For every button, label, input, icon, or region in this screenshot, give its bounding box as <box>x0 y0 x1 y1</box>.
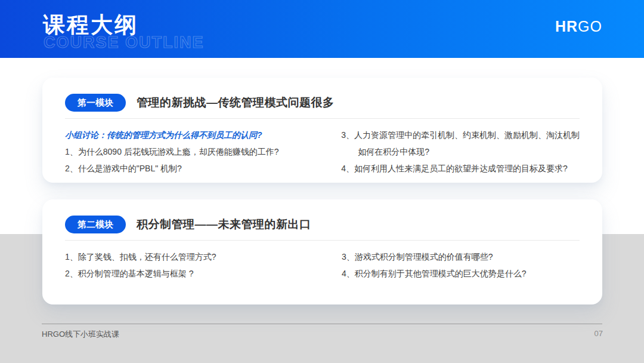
module-1-title: 管理的新挑战—传统管理模式问题很多 <box>137 95 335 110</box>
module-1-question-3-continued: 如何在积分中体现? <box>341 143 580 160</box>
footer-course-name: HRGO线下小班实战课 <box>42 329 119 340</box>
header-banner: 课程大纲 COURSE OUTLINE HRGO <box>0 0 644 58</box>
module-2-title: 积分制管理——未来管理的新出口 <box>137 217 311 232</box>
course-outline-slide: 课程大纲 COURSE OUTLINE HRGO 第一模块 管理的新挑战—传统管… <box>0 0 644 363</box>
module-2-question-1: 1、除了奖钱、扣钱，还有什么管理方式? <box>65 248 335 265</box>
footer-divider <box>42 324 602 324</box>
hrgo-logo: HRGO <box>555 18 602 35</box>
module-1-discussion-line: 小组讨论：传统的管理方式为什么得不到员工的认同? <box>65 127 334 143</box>
module-1-right-column: 3、人力资源管理中的牵引机制、约束机制、激励机制、淘汰机制 如何在积分中体现? … <box>334 127 580 177</box>
page-title-watermark: COURSE OUTLINE <box>44 33 205 52</box>
module-1-card: 第一模块 管理的新挑战—传统管理模式问题很多 小组讨论：传统的管理方式为什么得不… <box>42 78 602 183</box>
module-1-badge: 第一模块 <box>65 94 126 112</box>
module-2-left-column: 1、除了奖钱、扣钱，还有什么管理方式? 2、积分制管理的基本逻辑与框架 ? <box>65 248 335 282</box>
module-2-right-column: 3、游戏式积分制管理模式的价值有哪些? 4、积分制有别于其他管理模式的巨大优势是… <box>335 248 580 282</box>
module-1-body: 小组讨论：传统的管理方式为什么得不到员工的认同? 1、为什么8090 后花钱玩游… <box>65 127 580 177</box>
module-2-header: 第二模块 积分制管理——未来管理的新出口 <box>65 216 580 233</box>
module-1-left-column: 小组讨论：传统的管理方式为什么得不到员工的认同? 1、为什么8090 后花钱玩游… <box>65 127 334 177</box>
module-2-card: 第二模块 积分制管理——未来管理的新出口 1、除了奖钱、扣钱，还有什么管理方式?… <box>42 199 602 304</box>
hrgo-logo-bold: HR <box>555 18 578 35</box>
module-2-question-4: 4、积分制有别于其他管理模式的巨大优势是什么? <box>342 265 580 282</box>
module-1-divider <box>65 118 580 119</box>
module-1-question-4: 4、如何利用人性来满足员工的欲望并达成管理的目标及要求? <box>341 160 580 177</box>
module-2-question-3: 3、游戏式积分制管理模式的价值有哪些? <box>342 248 580 265</box>
module-1-question-2: 2、什么是游戏中的"PBL" 机制? <box>65 160 334 177</box>
module-1-question-1: 1、为什么8090 后花钱玩游戏上瘾，却厌倦能赚钱的工作? <box>65 143 334 160</box>
module-2-badge: 第二模块 <box>65 216 126 233</box>
module-2-divider <box>65 240 580 241</box>
module-1-header: 第一模块 管理的新挑战—传统管理模式问题很多 <box>65 94 580 112</box>
footer-page-number: 07 <box>595 329 603 338</box>
module-1-question-3: 3、人力资源管理中的牵引机制、约束机制、激励机制、淘汰机制 <box>341 127 580 143</box>
module-2-body: 1、除了奖钱、扣钱，还有什么管理方式? 2、积分制管理的基本逻辑与框架 ? 3、… <box>65 248 580 282</box>
hrgo-logo-light: GO <box>578 18 602 35</box>
module-2-question-2: 2、积分制管理的基本逻辑与框架 ? <box>65 265 335 282</box>
